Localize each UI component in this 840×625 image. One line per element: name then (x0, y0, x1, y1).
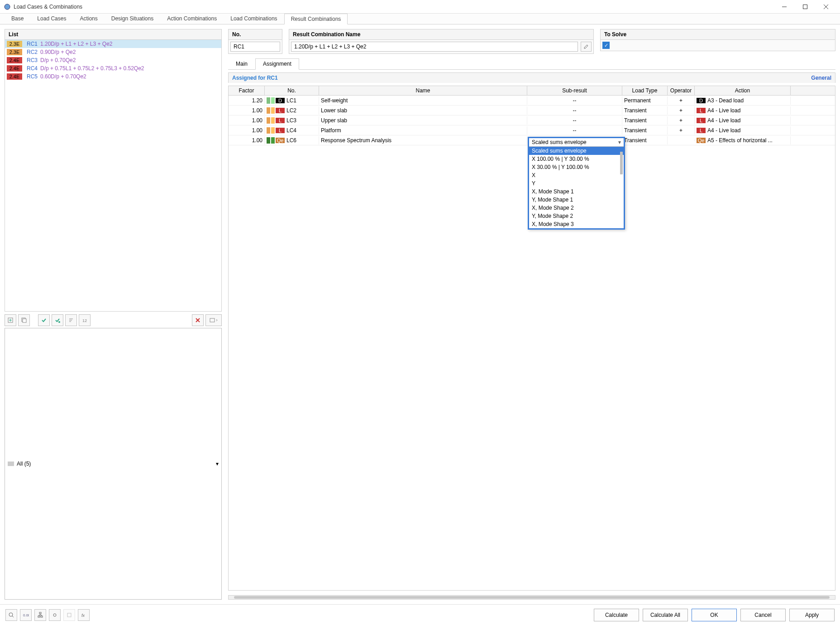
general-link[interactable]: General (811, 75, 831, 81)
cell-sub[interactable]: -- (527, 96, 622, 105)
col-load[interactable]: Load Type (622, 86, 668, 95)
cell-factor[interactable]: 1.00 (229, 116, 265, 125)
col-factor[interactable]: Factor (229, 86, 265, 95)
cell-op[interactable]: + (668, 126, 695, 135)
table-row[interactable]: 1.00 LLC2 Lower slab -- Transient + LA4 … (229, 106, 835, 115)
cell-action[interactable]: LA4 - Live load (695, 106, 791, 115)
cell-op[interactable]: + (668, 106, 695, 115)
rc-list[interactable]: 2.3ERC11.20D/p + L1 + L2 + L3 + Qe22.3ER… (5, 39, 222, 312)
cell-sub[interactable]: -- (527, 126, 622, 135)
dropdown-option[interactable]: X 100.00 % | Y 30.00 % (529, 155, 624, 163)
cell-sub[interactable]: -- (527, 106, 622, 115)
close-button[interactable] (816, 0, 836, 14)
list-item[interactable]: 2.4ERC4D/p + 0.75L1 + 0.75L2 + 0.75L3 + … (5, 64, 221, 72)
cell-load[interactable]: Transient (622, 106, 668, 115)
dropdown-option[interactable]: X, Mode Shape 2 (529, 204, 624, 212)
dropdown-option[interactable]: X, Mode Shape 1 (529, 188, 624, 196)
name-input[interactable] (291, 42, 578, 52)
dropdown-selected[interactable]: Scaled sums envelope ▾ (529, 138, 624, 147)
tree-button[interactable] (34, 609, 46, 621)
cell-name[interactable]: Self-weight (319, 96, 527, 105)
cell-name[interactable]: Upper slab (319, 116, 527, 125)
tab-design-situations[interactable]: Design Situations (105, 13, 160, 24)
dropdown-option[interactable]: Y, Mode Shape 2 (529, 212, 624, 220)
cell-op[interactable]: + (668, 116, 695, 125)
dropdown-scrollbar[interactable] (620, 152, 623, 174)
table-row[interactable]: 1.20 DLC1 Self-weight -- Permanent + DA3… (229, 96, 835, 106)
cell-factor[interactable]: 1.00 (229, 106, 265, 115)
calculate-all-button[interactable]: Calculate All (643, 609, 688, 621)
col-name[interactable]: Name (319, 86, 527, 95)
edit-name-button[interactable] (581, 42, 592, 52)
col-action[interactable]: Action (695, 86, 791, 95)
cell-load[interactable]: Transient (622, 136, 668, 144)
tab-load-cases[interactable]: Load Cases (30, 13, 73, 24)
sub-result-dropdown[interactable]: Scaled sums envelope ▾ Scaled sums envel… (528, 137, 625, 230)
calculate-button[interactable]: Calculate (594, 609, 639, 621)
list-item[interactable]: 2.4ERC50.60D/p + 0.70Qe2 (5, 72, 221, 81)
cell-no[interactable]: DLC1 (265, 96, 319, 105)
maximize-button[interactable] (795, 0, 816, 14)
tab-result-combinations[interactable]: Result Combinations (284, 14, 348, 24)
cell-load[interactable]: Transient (622, 116, 668, 125)
cell-no[interactable]: LLC3 (265, 116, 319, 125)
fx-button[interactable]: fx (78, 609, 90, 621)
ok-button[interactable]: OK (692, 609, 737, 621)
list-item[interactable]: 2.4ERC3D/p + 0.70Qe2 (5, 56, 221, 64)
dropdown-option[interactable]: Scaled sums envelope (529, 147, 624, 155)
minimize-button[interactable] (774, 0, 795, 14)
dropdown-option[interactable]: Y, Mode Shape 1 (529, 196, 624, 204)
cell-name[interactable]: Lower slab (319, 106, 527, 115)
check-button[interactable] (38, 314, 50, 326)
search-button[interactable] (5, 609, 17, 621)
apply-button[interactable]: Apply (789, 609, 835, 621)
no-input[interactable] (230, 42, 280, 52)
cell-action[interactable]: LA4 - Live load (695, 116, 791, 125)
col-sub[interactable]: Sub-result (527, 86, 622, 95)
number-button[interactable]: 12 (79, 314, 91, 326)
col-op[interactable]: Operator (668, 86, 695, 95)
new-button[interactable] (5, 314, 16, 326)
cell-factor[interactable]: 1.20 (229, 96, 265, 105)
cell-name[interactable]: Response Spectrum Analysis (319, 136, 527, 144)
tab-base[interactable]: Base (5, 13, 30, 24)
cell-factor[interactable]: 1.00 (229, 136, 265, 144)
cell-factor[interactable]: 1.00 (229, 126, 265, 135)
cell-action[interactable]: LA4 - Live load (695, 126, 791, 135)
tab-action-combinations[interactable]: Action Combinations (160, 13, 224, 24)
copy-button[interactable] (18, 314, 30, 326)
cell-action[interactable]: DA3 - Dead load (695, 96, 791, 105)
list-item[interactable]: 2.3ERC20.90D/p + Qe2 (5, 48, 221, 56)
dropdown-option[interactable]: X, Mode Shape 3 (529, 220, 624, 228)
filter-select[interactable]: All (5) ▾ (5, 328, 222, 600)
dropdown-option[interactable]: X 30.00 % | Y 100.00 % (529, 163, 624, 171)
cell-name[interactable]: Platform (319, 126, 527, 135)
dropdown-option[interactable]: Y (529, 179, 624, 188)
units-button[interactable]: 0.00 (20, 609, 32, 621)
sort-button[interactable] (65, 314, 77, 326)
list-item[interactable]: 2.3ERC11.20D/p + L1 + L2 + L3 + Qe2 (5, 40, 221, 48)
cell-no[interactable]: QeLC6 (265, 136, 319, 144)
horizontal-scrollbar[interactable] (228, 595, 835, 600)
tab-actions[interactable]: Actions (73, 13, 104, 24)
sub-tab-assignment[interactable]: Assignment (255, 58, 299, 70)
cell-load[interactable]: Transient (622, 126, 668, 135)
cancel-button[interactable]: Cancel (740, 609, 786, 621)
solve-checkbox[interactable]: ✓ (602, 42, 610, 49)
cell-op[interactable]: + (668, 96, 695, 105)
tab-load-combinations[interactable]: Load Combinations (224, 13, 284, 24)
col-no[interactable]: No. (265, 86, 319, 95)
cell-action[interactable]: QeA5 - Effects of horizontal ... (695, 136, 791, 144)
settings-button[interactable] (63, 609, 75, 621)
sub-tab-main[interactable]: Main (228, 58, 255, 69)
cell-op[interactable] (668, 139, 695, 141)
link-button[interactable] (49, 609, 61, 621)
dropdown-option[interactable]: X (529, 171, 624, 179)
expand-button[interactable] (205, 314, 222, 326)
cell-sub[interactable]: -- (527, 116, 622, 125)
cell-no[interactable]: LLC2 (265, 106, 319, 115)
cell-no[interactable]: LLC4 (265, 126, 319, 135)
check2-button[interactable] (52, 314, 63, 326)
table-row[interactable]: 1.00 LLC4 Platform -- Transient + LA4 - … (229, 125, 835, 135)
cell-load[interactable]: Permanent (622, 96, 668, 105)
